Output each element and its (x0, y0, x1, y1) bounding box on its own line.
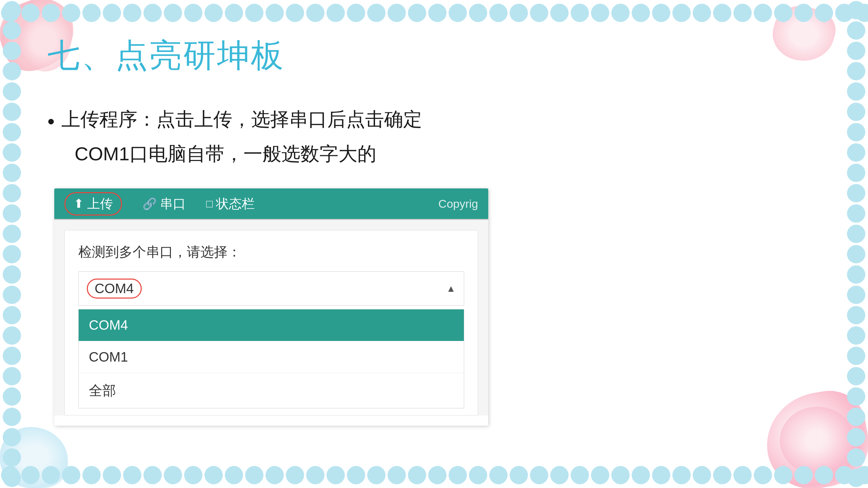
serial-button[interactable]: 🔗 串口 (142, 195, 186, 212)
border-dot (847, 82, 865, 101)
select-arrow-icon: ▲ (446, 283, 456, 294)
border-dot (164, 466, 182, 484)
option-com1[interactable]: COM1 (79, 341, 464, 373)
right-border-dots (847, 0, 865, 488)
bullet-text-line1: 上传程序：点击上传，选择串口后点击确定 (61, 105, 422, 134)
border-dot (82, 466, 101, 484)
border-dot (225, 4, 243, 22)
serial-label: 串口 (160, 195, 186, 212)
modal-label: 检测到多个串口，请选择： (65, 230, 478, 268)
border-dot (3, 1, 21, 19)
border-dot (123, 466, 141, 484)
border-dot (327, 466, 345, 484)
border-dot (469, 4, 487, 22)
border-dot (835, 466, 853, 484)
border-dot (3, 143, 21, 162)
border-dot (286, 466, 304, 484)
border-dot (847, 367, 865, 385)
border-dot (693, 466, 711, 484)
page-title: 七、点亮研坤板 (47, 34, 821, 78)
border-dot (3, 347, 21, 365)
status-label: 状态栏 (216, 195, 255, 212)
slide-content: 七、点亮研坤板 • 上传程序：点击上传，选择串口后点击确定 COM1口电脑自带，… (20, 20, 848, 468)
left-border-dots (3, 0, 21, 488)
border-dot (367, 4, 386, 22)
border-dot (733, 4, 752, 22)
border-dot (306, 4, 324, 22)
border-dot (847, 21, 865, 40)
border-dot (754, 4, 772, 22)
bullet-line1: • 上传程序：点击上传，选择串口后点击确定 (47, 105, 821, 137)
border-dot (855, 466, 868, 484)
border-dot (489, 466, 508, 484)
border-dot (847, 286, 865, 304)
border-dot (469, 466, 487, 484)
border-dot (847, 204, 865, 223)
option-com4[interactable]: COM4 (79, 309, 464, 341)
border-dot (510, 4, 528, 22)
border-dot (21, 466, 40, 484)
border-dot (847, 225, 865, 243)
border-dot (103, 4, 121, 22)
border-dot (847, 469, 865, 487)
bullet-dot: • (47, 106, 55, 137)
border-dot (611, 4, 630, 22)
border-dot (3, 103, 21, 121)
bullet-line2: COM1口电脑自带，一般选数字大的 (75, 140, 821, 168)
border-dot (347, 466, 365, 484)
border-dot (847, 103, 865, 121)
border-dot (571, 466, 589, 484)
upload-icon: ⬆ (74, 197, 84, 211)
border-dot (184, 466, 202, 484)
upload-label: 上传 (87, 195, 113, 212)
border-dot (847, 1, 865, 19)
border-dot (713, 4, 731, 22)
serial-icon: 🔗 (142, 197, 157, 210)
border-dot (571, 4, 589, 22)
status-button[interactable]: □ 状态栏 (206, 195, 255, 212)
com-select[interactable]: COM4 ▲ (78, 271, 464, 306)
border-dot (3, 225, 21, 243)
border-dot (847, 62, 865, 80)
border-dot (3, 469, 21, 487)
dropdown-list: COM4 COM1 全部 (78, 309, 464, 408)
border-dot (103, 466, 121, 484)
dialog-container: ⬆ 上传 🔗 串口 □ 状态栏 Copyrig 检测到多个串口，请选择： (54, 188, 488, 426)
border-dot (847, 42, 865, 60)
border-dot (847, 448, 865, 467)
border-dot (510, 466, 528, 484)
border-dot (754, 466, 772, 484)
border-dot (123, 4, 141, 22)
border-dot (3, 204, 21, 223)
toolbar: ⬆ 上传 🔗 串口 □ 状态栏 Copyrig (54, 188, 488, 219)
border-dot (3, 62, 21, 80)
border-dot (815, 466, 833, 484)
border-dot (847, 123, 865, 141)
border-dot (204, 466, 223, 484)
border-dot (245, 466, 263, 484)
border-dot (855, 4, 868, 22)
border-dot (632, 466, 650, 484)
border-dot (82, 4, 101, 22)
border-dot (794, 4, 813, 22)
border-dot (388, 466, 406, 484)
border-dot (847, 164, 865, 182)
border-dot (591, 4, 609, 22)
border-dot (652, 466, 670, 484)
border-dot (3, 428, 21, 446)
border-dot (3, 387, 21, 406)
border-dot (408, 466, 426, 484)
status-icon: □ (206, 198, 213, 210)
border-dot (204, 4, 223, 22)
border-dot (3, 21, 21, 40)
upload-button[interactable]: ⬆ 上传 (64, 192, 122, 216)
border-dot (3, 82, 21, 101)
border-dot (693, 4, 711, 22)
copyright-text: Copyrig (438, 197, 478, 210)
border-dot (428, 4, 447, 22)
border-dot (847, 387, 865, 406)
border-dot (611, 466, 630, 484)
border-dot (42, 466, 60, 484)
border-dot (632, 4, 650, 22)
option-all[interactable]: 全部 (79, 373, 464, 408)
